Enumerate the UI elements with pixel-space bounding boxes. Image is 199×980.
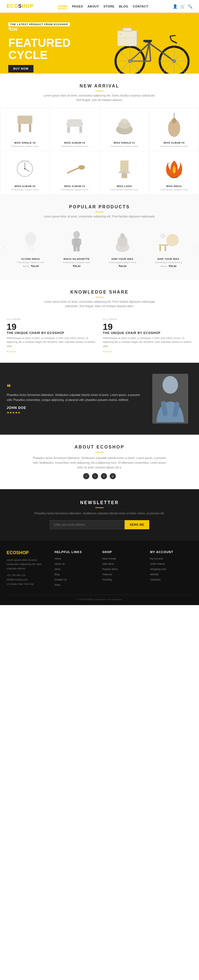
nav-link-about[interactable]: ABOUT bbox=[88, 5, 99, 8]
footer-helpful-item-2[interactable]: Store bbox=[54, 567, 97, 571]
popular-new-price-0: ₹32.00 bbox=[31, 265, 39, 267]
testimonial-text-area: ❝ Phasellus lectus fermentum bibendum. V… bbox=[6, 383, 142, 414]
footer-account-link-1[interactable]: Order History bbox=[150, 563, 165, 565]
footer-shop-link-3[interactable]: Features bbox=[102, 573, 112, 576]
footer-helpful-link-2[interactable]: Store bbox=[54, 568, 60, 571]
nav-link-home[interactable]: HOME bbox=[58, 5, 68, 9]
pendant-svg bbox=[164, 113, 184, 138]
cart-icon[interactable]: 🛒 bbox=[180, 4, 185, 9]
knowledge-card-0[interactable]: OCTOBER 19 THE UNIQUE CHAIR BY ECOSHOP P… bbox=[6, 318, 96, 353]
footer-shop-list: New Arrivals Sale Items Popular Items Fe… bbox=[102, 557, 145, 581]
knowledge-author-name-0: admin bbox=[9, 350, 16, 353]
footer-shop-link-1[interactable]: Sale Items bbox=[102, 563, 114, 565]
product-cell-4[interactable]: WOO ALBUM #2 Pellentesque habitant morbi bbox=[0, 151, 50, 194]
footer-helpful-link-0[interactable]: Home bbox=[54, 557, 61, 560]
product-cell-6[interactable]: WOO LOGO Pellentesque habitant morbi bbox=[100, 151, 150, 194]
footer-helpful-item-1[interactable]: About Us bbox=[54, 562, 97, 566]
footer-shop-item-1[interactable]: Sale Items bbox=[102, 562, 145, 566]
knowledge-card-1[interactable]: OCTOBER 19 THE UNIQUE CHAIR BY ECOSHOP P… bbox=[103, 318, 193, 353]
footer-shop-item-3[interactable]: Features bbox=[102, 572, 145, 576]
nav-item-blog[interactable]: BLOG bbox=[119, 5, 128, 8]
svg-line-5 bbox=[149, 43, 174, 61]
popular-item-1[interactable]: NINJA SILHOUETTE Pellentesque habitant m… bbox=[54, 224, 100, 271]
product-image-5 bbox=[53, 155, 97, 183]
product-image-3 bbox=[152, 111, 196, 139]
footer-account-link-0[interactable]: My Account bbox=[150, 557, 163, 560]
footer-account-link-2[interactable]: Shopping Cart bbox=[150, 568, 166, 571]
knowledge-month-1: OCTOBER bbox=[103, 318, 193, 321]
footer-account-item-0[interactable]: My Account bbox=[150, 557, 193, 560]
knowledge-section: KNOWLEDGE SHARE Lorem ipsum dolor sit am… bbox=[0, 280, 199, 363]
newsletter-send-button[interactable]: SEND ME bbox=[125, 520, 149, 529]
user-icon[interactable]: 👤 bbox=[173, 4, 177, 9]
popular-item-3[interactable]: SHIP YOUR IDEA Pellentesque habitant mor… bbox=[145, 224, 191, 271]
nav-link-contact[interactable]: CONTACT bbox=[133, 5, 148, 8]
fire-svg bbox=[164, 158, 184, 180]
product-sub-4: Pellentesque habitant morbi bbox=[3, 188, 47, 191]
footer-account-link-3[interactable]: Wishlist bbox=[150, 573, 159, 576]
footer-shop-item-0[interactable]: New Arrivals bbox=[102, 557, 145, 560]
popular-next-arrow[interactable]: › bbox=[191, 243, 199, 252]
product-cell-2[interactable]: WOO SINGLE #1 Pellentesque habitant morb… bbox=[100, 108, 150, 151]
product-name-0: WOO SINGLE #2 bbox=[3, 142, 47, 144]
footer-helpful-item-5[interactable]: Shop bbox=[54, 583, 97, 587]
popular-item-2[interactable]: SHIP YOUR IDEA Pellentesque habitant mor… bbox=[100, 224, 145, 271]
knowledge-header: KNOWLEDGE SHARE Lorem ipsum dolor sit am… bbox=[6, 290, 193, 313]
footer-account-item-4[interactable]: Checkout bbox=[150, 578, 193, 581]
footer-helpful-item-0[interactable]: Home bbox=[54, 557, 97, 560]
nav-item-contact[interactable]: CONTACT bbox=[133, 5, 148, 8]
footer-account-item-2[interactable]: Shopping Cart bbox=[150, 567, 193, 571]
product-cell-7[interactable]: WOO NINJA Pellentesque habitant morbi bbox=[149, 151, 199, 194]
pinterest-icon[interactable]: p bbox=[110, 473, 116, 479]
footer-helpful-item-3[interactable]: Blog bbox=[54, 572, 97, 576]
footer-shop-item-4[interactable]: Trending bbox=[102, 578, 145, 581]
nav-item-about[interactable]: ABOUT bbox=[88, 5, 99, 8]
about-title: ABOUT ECOSHOP bbox=[6, 445, 193, 450]
popular-item-0[interactable]: FLYING NINJA Pellentesque habitant morbi… bbox=[8, 224, 54, 271]
footer-shop-link-0[interactable]: New Arrivals bbox=[102, 557, 116, 560]
product-cell-3[interactable]: WOO ALBUM #3 Pellentesque habitant morbi bbox=[149, 108, 199, 151]
footer-account-link-4[interactable]: Checkout bbox=[150, 578, 161, 581]
footer-helpful-link-3[interactable]: Blog bbox=[54, 573, 59, 576]
footer-shop-link-2[interactable]: Popular Items bbox=[102, 568, 118, 571]
footer-account-item-3[interactable]: Wishlist bbox=[150, 572, 193, 576]
search-icon[interactable]: 🔍 bbox=[188, 4, 193, 9]
knowledge-month-0: OCTOBER bbox=[6, 318, 96, 321]
product-cell-0[interactable]: WOO SINGLE #2 Pellentesque habitant morb… bbox=[0, 108, 50, 151]
footer-shop-link-4[interactable]: Trending bbox=[102, 578, 112, 581]
footer-account-item-1[interactable]: Order History bbox=[150, 562, 193, 566]
testimonial-person-area bbox=[148, 374, 193, 423]
hero-image bbox=[100, 16, 199, 73]
logo[interactable]: ECOSHOP bbox=[6, 3, 33, 9]
footer-shop-item-2[interactable]: Popular Items bbox=[102, 567, 145, 571]
footer-contact: +01 789 456 123 info@ecoshop.com 12 Stre… bbox=[6, 573, 49, 587]
footer-helpful-list: Home About Us Store Blog Contact Us Shop bbox=[54, 557, 97, 587]
knowledge-date-1: 19 bbox=[103, 322, 193, 331]
product-cell-1[interactable]: WOO ALBUM #4 Pellentesque habitant morbi bbox=[50, 108, 100, 151]
popular-prev-arrow[interactable]: ‹ bbox=[0, 243, 8, 252]
footer-helpful-link-5[interactable]: Shop bbox=[54, 584, 60, 586]
nav-item-pages[interactable]: PAGES bbox=[72, 5, 83, 8]
twitter-icon[interactable]: t bbox=[101, 473, 107, 479]
product-name-7: WOO NINJA bbox=[152, 185, 196, 188]
nav-item-home[interactable]: HOME bbox=[58, 5, 68, 8]
footer-helpful-item-4[interactable]: Contact Us bbox=[54, 578, 97, 581]
footer-copyright: © 2016 Ecoshop. Powered by Your Company. bbox=[6, 598, 193, 601]
popular-sub-3: Pellentesque habitant morbi bbox=[148, 261, 188, 264]
footer-helpful-link-1[interactable]: About Us bbox=[54, 563, 65, 565]
product-cell-5[interactable]: WOO ALBUM #1 Pellentesque habitant morbi bbox=[50, 151, 100, 194]
popular-price-0: ₹50.00 ₹32.00 bbox=[11, 265, 51, 267]
nav-item-store[interactable]: STORE bbox=[103, 5, 114, 8]
buy-now-button[interactable]: BUY NOW bbox=[8, 65, 33, 73]
newsletter-email-input[interactable] bbox=[50, 520, 125, 529]
footer-col-shop: SHOP New Arrivals Sale Items Popular Ite… bbox=[102, 550, 145, 588]
facebook-icon[interactable]: f bbox=[83, 473, 89, 479]
instagram-icon[interactable]: i bbox=[92, 473, 98, 479]
footer-logo-char: S bbox=[16, 550, 19, 555]
svg-rect-34 bbox=[66, 122, 69, 126]
nav-link-blog[interactable]: BLOG bbox=[119, 5, 128, 8]
footer-helpful-link-4[interactable]: Contact Us bbox=[54, 578, 67, 581]
popular-sub-2: Pellentesque habitant morbi bbox=[102, 261, 143, 264]
nav-link-pages[interactable]: PAGES bbox=[72, 5, 83, 8]
nav-link-store[interactable]: STORE bbox=[103, 5, 114, 8]
